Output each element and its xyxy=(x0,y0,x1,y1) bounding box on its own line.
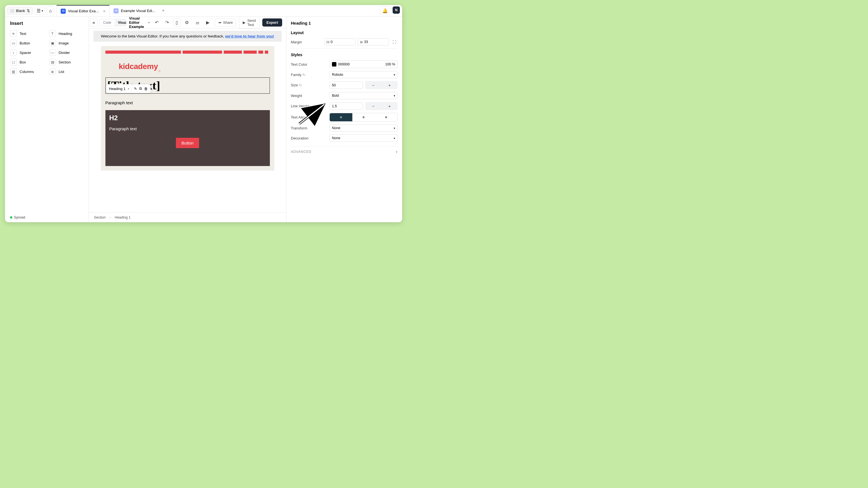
edit-button[interactable]: ✎ xyxy=(134,87,137,91)
brand-logo: kidcademy⊚ xyxy=(119,62,270,72)
insert-button[interactable]: ▭Button xyxy=(10,40,45,46)
mode-code[interactable]: Code xyxy=(100,19,115,26)
insert-item-label: Section xyxy=(59,60,71,64)
chevron-down-icon[interactable]: ▾ xyxy=(128,87,129,90)
transform-select[interactable]: None▾ xyxy=(330,124,398,132)
element-type-label[interactable]: Heading 1 xyxy=(109,87,126,91)
paragraph-element[interactable]: Paragraph text xyxy=(105,100,270,105)
expand-margin-button[interactable]: ⛶ xyxy=(391,39,398,45)
settings-button[interactable]: ⚙ xyxy=(182,18,191,27)
decrement-button[interactable]: − xyxy=(365,81,381,89)
size-stepper: −+ xyxy=(365,81,398,89)
align-center-button[interactable]: ≡ xyxy=(352,113,375,121)
device-preview-button[interactable]: ▯ xyxy=(173,18,181,27)
insert-sidebar: Insert ≡TextTHeading▭Button▣Image↕Spacer… xyxy=(5,17,89,222)
send-test-button[interactable]: ▶Send Test xyxy=(239,17,259,29)
breadcrumb-section[interactable]: Section xyxy=(94,216,106,219)
redo-button[interactable]: ↷ xyxy=(163,18,172,27)
delete-button[interactable]: 🗑 xyxy=(144,87,148,91)
align-center-icon: ≡ xyxy=(363,115,365,119)
mode-visual[interactable]: Visual xyxy=(115,19,126,26)
trash-icon: 🗑 xyxy=(144,87,148,91)
insert-item-label: List xyxy=(59,70,64,74)
reset-icon[interactable]: ↻ xyxy=(299,83,302,87)
image-icon: ▣ xyxy=(49,40,56,46)
reset-icon[interactable]: ↻ xyxy=(303,73,306,77)
chevron-down-icon: ▾ xyxy=(396,150,398,154)
line-height-input[interactable]: 1.5 xyxy=(330,103,363,110)
styles-section-header: Styles xyxy=(291,53,398,57)
insert-section[interactable]: ▤Section xyxy=(49,59,84,65)
tab-visual-editor-example[interactable]: ✉ Visual Editor Exam... × xyxy=(57,5,110,17)
document-title[interactable]: Visual Editor Example ▾ xyxy=(129,16,150,29)
chevron-down-icon: ▾ xyxy=(394,137,395,140)
heading-icon: T xyxy=(49,30,56,37)
play-button[interactable]: ▶ xyxy=(204,18,212,27)
insert-heading[interactable]: THeading xyxy=(49,30,84,37)
font-family-select[interactable]: Roboto▾ xyxy=(330,71,398,78)
lh-stepper: −+ xyxy=(365,102,398,110)
section-element[interactable]: H2 Paragraph text Button xyxy=(105,110,270,166)
gear-icon: ⚙ xyxy=(185,20,189,25)
chevron-down-icon: ▾ xyxy=(42,9,43,12)
duplicate-button[interactable]: ⧉ xyxy=(139,86,142,91)
breadcrumb: Section › Heading 1 xyxy=(89,213,286,222)
increment-button[interactable]: + xyxy=(381,102,398,110)
increment-button[interactable]: + xyxy=(381,81,398,89)
pencil-icon: ✎ xyxy=(134,87,137,91)
align-right-button[interactable]: ≡ xyxy=(375,113,397,121)
text-align-segmented: ≡ ≡ ≡ xyxy=(330,113,398,122)
font-weight-select[interactable]: Bold▾ xyxy=(330,92,398,99)
mail-icon: ✉ xyxy=(61,9,66,14)
insert-text[interactable]: ≡Text xyxy=(10,30,45,37)
insert-columns[interactable]: ▥Columns xyxy=(10,68,45,75)
decoration-select[interactable]: None▾ xyxy=(330,134,398,142)
share-button[interactable]: ➦Share xyxy=(215,19,237,27)
breadcrumb-heading[interactable]: Heading 1 xyxy=(115,216,131,219)
editor-area: « Code Visual Feedback Visual Editor Exa… xyxy=(89,17,286,222)
decoration-label: Decoration xyxy=(291,136,327,140)
decrement-button[interactable]: − xyxy=(365,102,381,110)
heading-2-element[interactable]: H2 xyxy=(109,114,266,122)
insert-item-label: Heading xyxy=(59,32,72,36)
insert-item-label: Spacer xyxy=(20,51,31,55)
text-color-input[interactable]: 000000100 % xyxy=(330,60,398,68)
align-left-button[interactable]: ≡ xyxy=(330,113,352,121)
export-button[interactable]: Export xyxy=(262,19,282,27)
columns-icon: ▥ xyxy=(10,68,17,75)
close-icon[interactable]: × xyxy=(103,9,105,13)
layers-button[interactable]: ☰▾ xyxy=(35,7,45,15)
insert-list[interactable]: ≣List xyxy=(49,68,84,75)
chevron-down-icon: ▾ xyxy=(394,73,395,76)
canvas-viewport[interactable]: kidcademy⊚ Heading 1 ▾ ✎ ⧉ 🗑 [Title text… xyxy=(89,42,286,213)
chevron-down-icon: ▾ xyxy=(148,21,150,24)
home-button[interactable]: ⌂ xyxy=(47,6,55,15)
feedback-link[interactable]: we'd love to hear from you! xyxy=(225,34,274,38)
undo-button[interactable]: ↶ xyxy=(152,18,161,27)
notifications-button[interactable]: 🔔 xyxy=(380,6,391,15)
insert-divider[interactable]: —Divider xyxy=(49,49,84,56)
project-selector[interactable]: Blank ⇅ xyxy=(7,7,33,14)
paragraph-element[interactable]: Paragraph text xyxy=(109,126,266,131)
add-tab-button[interactable]: + xyxy=(159,5,167,17)
insert-box[interactable]: ◻Box xyxy=(10,59,45,65)
button-element[interactable]: Button xyxy=(176,138,199,148)
send-icon: ▶ xyxy=(243,21,246,25)
box-icon: ◻ xyxy=(10,59,17,65)
collapse-sidebar-button[interactable]: « xyxy=(90,19,98,27)
layout-section-header: Layout xyxy=(291,30,398,35)
insert-image[interactable]: ▣Image xyxy=(49,40,84,46)
chevron-right-icon: › xyxy=(110,216,111,219)
chevron-double-left-icon: « xyxy=(93,20,95,25)
font-size-input[interactable]: 50 xyxy=(330,82,363,89)
insert-spacer[interactable]: ↕Spacer xyxy=(10,49,45,56)
sliders-button[interactable]: ⚌ xyxy=(193,18,202,27)
chevron-down-icon: ▾ xyxy=(394,94,395,97)
user-avatar[interactable]: N xyxy=(393,6,400,14)
margin-v-input[interactable]: ⊟33 xyxy=(358,38,389,45)
insert-item-label: Image xyxy=(59,41,69,45)
tab-example-visual-editor[interactable]: ✉ Example Visual Edi... xyxy=(110,5,159,17)
margin-h-input[interactable]: |□|0 xyxy=(324,38,355,45)
margin-label: Margin xyxy=(291,40,322,44)
advanced-section-toggle[interactable]: ADVANCED ▾ xyxy=(291,146,398,154)
